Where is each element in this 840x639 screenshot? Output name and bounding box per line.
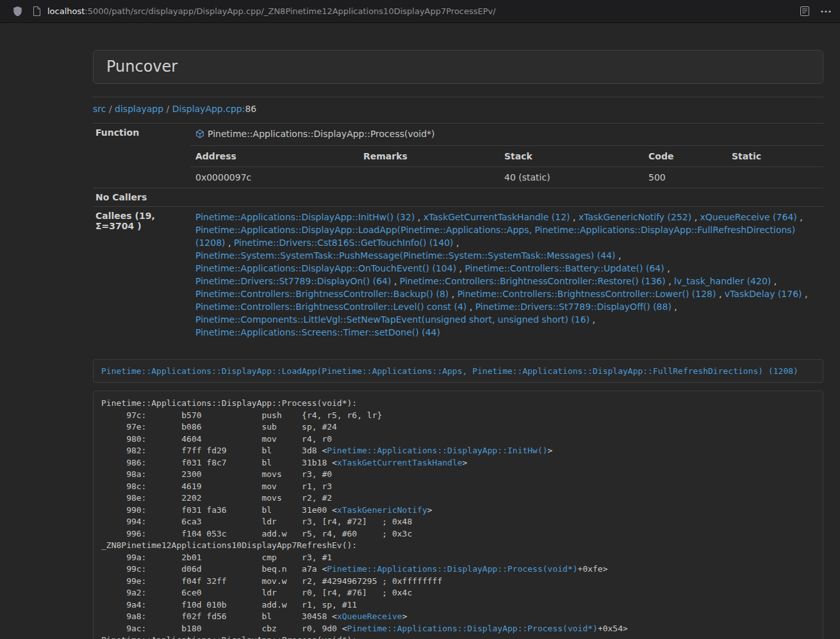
- disassembly-symbol-link[interactable]: Pinetime::Applications::DisplayApp::Proc…: [327, 564, 577, 574]
- url-path: :5000/path/src/displayapp/DisplayApp.cpp…: [85, 6, 495, 16]
- callee-link[interactable]: Pinetime::Applications::Screens::Timer::…: [195, 327, 440, 337]
- disassembly-symbol-link[interactable]: xQueueReceive: [337, 611, 402, 621]
- breadcrumb-link[interactable]: displayapp: [115, 104, 163, 114]
- breadcrumb: src / displayapp / DisplayApp.cpp:86: [93, 104, 823, 114]
- callees-row: Callees (19, Σ=3704 ) Pinetime::Applicat…: [93, 207, 823, 343]
- stats-value-row: 0x0000097c40 (static)500: [190, 167, 823, 188]
- page-icon[interactable]: [33, 6, 41, 16]
- symbol-table: Function Pinetime::Applications::Display…: [93, 123, 823, 343]
- stats-row: AddressRemarksStackCodeStatic 0x0000097c…: [93, 146, 823, 188]
- reader-mode-icon[interactable]: [800, 6, 809, 16]
- url-bar[interactable]: localhost:5000/path/src/displayapp/Displ…: [47, 6, 800, 16]
- callee-link[interactable]: Pinetime::Controllers::BrightnessControl…: [457, 289, 716, 299]
- menu-icon[interactable]: [821, 10, 831, 13]
- function-row: Function Pinetime::Applications::Display…: [93, 124, 823, 146]
- callees-cell: Pinetime::Applications::DisplayApp::Init…: [190, 207, 823, 343]
- callee-link[interactable]: vTaskDelay (176): [725, 289, 802, 299]
- highlighted-symbol-box: Pinetime::Applications::DisplayApp::Load…: [93, 359, 823, 383]
- divider: [93, 97, 823, 97]
- callee-link[interactable]: Pinetime::Drivers::St7789::DisplayOff() …: [475, 302, 671, 312]
- callee-link[interactable]: Pinetime::Controllers::BrightnessControl…: [195, 289, 449, 299]
- callee-link[interactable]: lv_task_handler (420): [674, 276, 771, 286]
- highlighted-symbol-link[interactable]: Pinetime::Applications::DisplayApp::Load…: [101, 366, 798, 376]
- callee-link[interactable]: Pinetime::Controllers::BrightnessControl…: [400, 276, 666, 286]
- stats-value: [358, 167, 499, 188]
- stats-value: 500: [643, 167, 727, 188]
- stats-header: Stack: [499, 146, 643, 167]
- disassembly-symbol-link[interactable]: xTaskGenericNotify: [337, 505, 427, 515]
- disassembly-symbol-link[interactable]: Pinetime::Applications::DisplayApp::Init…: [327, 446, 547, 455]
- stats-value: 0x0000097c: [190, 167, 358, 188]
- main-content: Puncover src / displayapp / DisplayApp.c…: [93, 50, 823, 639]
- callee-link[interactable]: xTaskGetCurrentTaskHandle (12): [424, 212, 570, 222]
- stats-header: Static: [727, 146, 823, 167]
- stats-header: Address: [190, 146, 358, 167]
- stats-header-row: AddressRemarksStackCodeStatic: [190, 146, 823, 167]
- callee-link[interactable]: Pinetime::Applications::DisplayApp::OnTo…: [195, 263, 456, 273]
- callee-link[interactable]: Pinetime::Components::LittleVgl::SetNewT…: [195, 314, 589, 325]
- stats-value: 40 (static): [499, 167, 643, 188]
- no-callers-label: No Callers: [93, 188, 190, 207]
- stats-header: Code: [643, 146, 727, 167]
- callees-label: Callees (19, Σ=3704 ): [93, 207, 190, 343]
- callee-link[interactable]: Pinetime::Controllers::BrightnessControl…: [195, 302, 466, 312]
- callee-link[interactable]: Pinetime::System::SystemTask::PushMessag…: [195, 250, 616, 261]
- function-name: Pinetime::Applications::DisplayApp::Proc…: [208, 129, 435, 139]
- callee-link[interactable]: Pinetime::Applications::DisplayApp::Init…: [195, 212, 415, 222]
- disassembly-symbol-link[interactable]: Pinetime::Applications::DisplayApp::Proc…: [347, 624, 598, 633]
- stats-value: [727, 167, 823, 188]
- breadcrumb-link[interactable]: src: [93, 104, 106, 114]
- function-label: Function: [93, 124, 190, 188]
- callee-link[interactable]: xTaskGenericNotify (252): [579, 212, 691, 222]
- browser-chrome: localhost:5000/path/src/displayapp/Displ…: [0, 0, 840, 23]
- callee-link[interactable]: xQueueReceive (764): [700, 212, 797, 222]
- shield-icon[interactable]: [13, 6, 22, 17]
- stats-table: AddressRemarksStackCodeStatic 0x0000097c…: [190, 146, 823, 188]
- disassembly-symbol-link[interactable]: xTaskGetCurrentTaskHandle: [337, 458, 463, 467]
- url-host: localhost: [47, 6, 85, 16]
- disassembly-box: Pinetime::Applications::DisplayApp::Proc…: [93, 391, 823, 639]
- page-title: Puncover: [106, 58, 810, 76]
- no-callers-row: No Callers: [93, 188, 823, 207]
- stats-header: Remarks: [358, 146, 499, 167]
- breadcrumb-separator: /: [163, 104, 172, 114]
- callee-link[interactable]: Pinetime::Drivers::St7789::DisplayOn() (…: [195, 276, 391, 286]
- puncover-header-panel: Puncover: [93, 50, 823, 84]
- breadcrumb-separator: /: [106, 104, 115, 114]
- disassembly-pre: Pinetime::Applications::DisplayApp::Proc…: [101, 398, 815, 639]
- breadcrumb-link[interactable]: DisplayApp.cpp:: [172, 104, 245, 114]
- function-icon: [195, 129, 204, 142]
- callee-link[interactable]: Pinetime::Drivers::Cst816S::GetTouchInfo…: [234, 238, 454, 248]
- callee-link[interactable]: Pinetime::Controllers::Battery::Update()…: [465, 263, 664, 273]
